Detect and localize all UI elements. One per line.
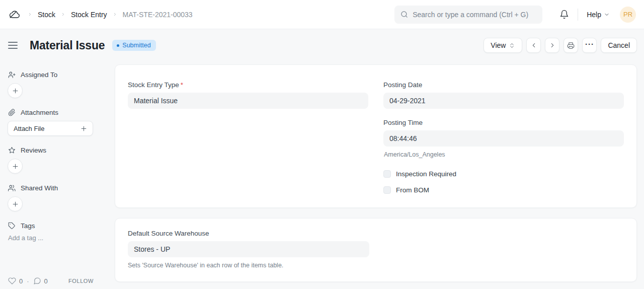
ellipsis-icon: ··· [585, 40, 594, 51]
breadcrumb: Stock Stock Entry MAT-STE-2021-00033 [22, 11, 193, 19]
plus-icon [12, 201, 19, 207]
attachments-section: Attachments Attach File [8, 107, 107, 136]
breadcrumb-stock[interactable]: Stock [38, 11, 55, 19]
chevron-left-icon [530, 42, 537, 49]
printer-icon [567, 42, 575, 49]
help-label: Help [587, 11, 601, 19]
attach-file-button[interactable]: Attach File [8, 121, 93, 136]
help-menu[interactable]: Help [587, 11, 610, 19]
plus-icon [12, 88, 19, 94]
shared-with-label: Shared With [21, 184, 58, 192]
tags-section: Tags Add a tag ... [8, 221, 107, 242]
assigned-to-heading: Assigned To [8, 69, 107, 80]
next-document-button[interactable] [545, 38, 559, 53]
posting-date-label: Posting Date [383, 81, 624, 89]
posting-date-input[interactable] [383, 93, 624, 109]
navbar-divider [578, 9, 578, 21]
paperclip-icon [8, 109, 16, 116]
tags-heading: Tags [8, 221, 107, 231]
header-actions: View ··· Cancel [484, 38, 637, 53]
default-source-warehouse-description: Sets 'Source Warehouse' in each row of t… [128, 262, 624, 269]
stock-entry-type-input[interactable] [128, 93, 368, 109]
heart-icon[interactable] [8, 277, 16, 285]
star-icon [8, 147, 16, 154]
view-button[interactable]: View [484, 38, 522, 53]
from-bom-checkbox-row[interactable]: From BOM [383, 186, 624, 194]
form-body: Stock Entry Type* Posting Date Posting T… [115, 64, 637, 282]
attach-file-label: Attach File [14, 125, 44, 132]
document-sidebar: Assigned To Attachments Attach File Revi… [0, 59, 115, 251]
attachments-label: Attachments [21, 109, 58, 116]
chevron-right-icon [549, 42, 556, 49]
status-dot-icon [117, 44, 119, 47]
warehouse-card: Default Source Warehouse Sets 'Source Wa… [115, 218, 637, 282]
add-share-button[interactable] [8, 196, 23, 211]
comment-icon[interactable] [33, 277, 41, 285]
view-button-label: View [491, 41, 506, 49]
users-icon [8, 184, 16, 192]
comments-count: 0 [44, 277, 48, 285]
add-assignment-button[interactable] [8, 83, 23, 98]
stock-entry-type-field: Stock Entry Type* [128, 81, 368, 109]
app-logo-icon[interactable] [8, 9, 22, 21]
plus-icon [80, 125, 87, 132]
breadcrumb-current-doc: MAT-STE-2021-00033 [123, 11, 193, 19]
search-icon [400, 11, 408, 18]
assigned-to-section: Assigned To [8, 69, 107, 98]
chevron-right-icon [55, 12, 71, 17]
inspection-required-label: Inspection Required [396, 170, 456, 178]
notifications-bell-icon[interactable] [559, 10, 569, 19]
breadcrumb-stock-entry[interactable]: Stock Entry [71, 11, 107, 19]
sort-chevrons-icon [509, 42, 515, 49]
likes-count: 0 [19, 277, 23, 285]
shared-with-heading: Shared With [8, 183, 107, 193]
user-avatar[interactable]: PR [620, 7, 636, 23]
follow-button[interactable]: FOLLOW [68, 278, 94, 284]
shared-with-section: Shared With [8, 183, 107, 211]
posting-time-field: Posting Time [383, 119, 624, 147]
previous-document-button[interactable] [526, 38, 541, 53]
posting-date-field: Posting Date [383, 81, 624, 109]
reviews-heading: Reviews [8, 145, 107, 155]
sidebar-toggle-menu-icon[interactable] [8, 40, 18, 51]
posting-time-input[interactable] [383, 130, 624, 147]
search-input[interactable] [413, 11, 536, 19]
attachments-heading: Attachments [8, 107, 107, 117]
add-review-button[interactable] [8, 159, 23, 174]
print-button[interactable] [564, 38, 578, 53]
page-title: Material Issue [22, 39, 105, 52]
status-label: Submitted [122, 42, 150, 49]
required-marker: * [181, 81, 183, 89]
inspection-required-checkbox-row[interactable]: Inspection Required [383, 170, 624, 178]
reviews-label: Reviews [21, 147, 46, 154]
details-card: Stock Entry Type* Posting Date Posting T… [115, 64, 637, 208]
top-navbar: Stock Stock Entry MAT-STE-2021-00033 Hel… [0, 0, 644, 29]
tag-icon [8, 222, 16, 230]
content-area: Assigned To Attachments Attach File Revi… [0, 59, 644, 282]
posting-time-label: Posting Time [383, 119, 624, 126]
page-header: Material Issue Submitted View ··· Cancel [0, 29, 644, 59]
default-source-warehouse-input[interactable] [128, 241, 369, 257]
right-column: Posting Date Posting Time America/Los_An… [383, 81, 624, 194]
left-column: Stock Entry Type* [128, 81, 368, 194]
from-bom-label: From BOM [396, 186, 429, 194]
inspection-required-checkbox[interactable] [383, 170, 391, 178]
cancel-button-label: Cancel [608, 41, 630, 49]
reviews-section: Reviews [8, 145, 107, 174]
chevron-right-icon [107, 12, 123, 17]
sidebar-footer: 0 · 0 FOLLOW [8, 277, 94, 285]
add-tag-input[interactable]: Add a tag ... [8, 234, 107, 242]
tags-label: Tags [21, 222, 35, 230]
global-search[interactable] [394, 6, 542, 24]
user-plus-icon [8, 71, 16, 79]
more-options-button[interactable]: ··· [582, 38, 597, 53]
cancel-button[interactable]: Cancel [601, 38, 637, 53]
chevron-down-icon [604, 12, 610, 18]
plus-icon [12, 163, 19, 170]
chevron-right-icon [22, 12, 38, 17]
stock-entry-type-label: Stock Entry Type* [128, 81, 368, 89]
default-source-warehouse-field: Default Source Warehouse [128, 230, 369, 257]
from-bom-checkbox[interactable] [383, 186, 391, 194]
default-source-warehouse-label: Default Source Warehouse [128, 230, 369, 237]
timezone-note: America/Los_Angeles [384, 151, 624, 158]
